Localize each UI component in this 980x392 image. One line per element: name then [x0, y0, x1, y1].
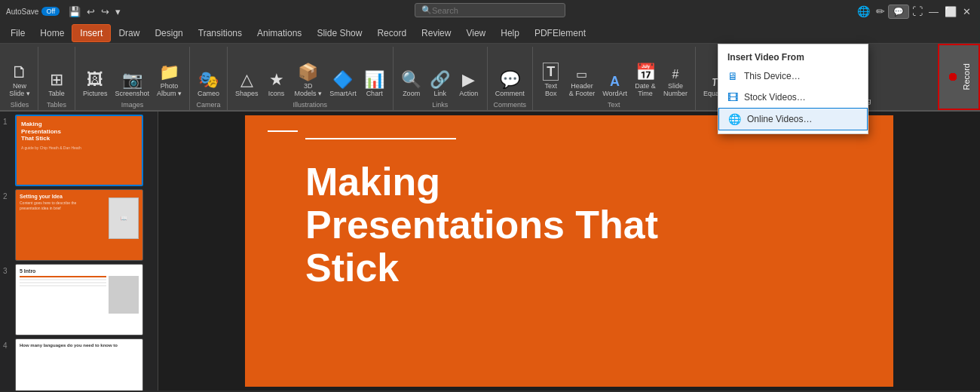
this-device-label: This Device…	[744, 71, 801, 81]
menu-help[interactable]: Help	[493, 25, 527, 41]
slide-num-2: 2	[3, 189, 12, 201]
save-button[interactable]: 💾	[66, 5, 84, 19]
menubar: File Home Insert Draw Design Transitions…	[0, 23, 980, 44]
date-time-button[interactable]: 📅 Date &Time	[632, 53, 659, 100]
pictures-label: Pictures	[83, 90, 108, 97]
this-device-item[interactable]: 🖥 This Device…	[718, 66, 868, 87]
main-slide-title: Making Presentations That Stick	[305, 161, 658, 290]
slide1-title: MakingPresentationsThat Stick	[21, 121, 137, 142]
stock-videos-item[interactable]: 🎞 Stock Videos…	[718, 87, 868, 108]
ribbon-group-slides: 🗋 NewSlide ▾ Slides	[2, 47, 38, 110]
menu-file[interactable]: File	[3, 25, 32, 41]
photo-album-label: PhotoAlbum ▾	[157, 82, 182, 97]
cameo-button[interactable]: 🎭 Cameo	[194, 53, 222, 100]
main-slide: Making Presentations That Stick	[245, 115, 893, 387]
main-title-line3: Stick	[305, 246, 399, 289]
camera-group-label: Camera	[194, 100, 222, 109]
menu-pdfelement[interactable]: PDFElement	[527, 25, 593, 41]
slide-line-decoration	[305, 138, 456, 139]
pictures-icon: 🖼	[87, 72, 103, 88]
slide-num-4: 4	[3, 338, 12, 350]
photo-album-icon: 📁	[159, 64, 179, 81]
ribbon-group-images: 🖼 Pictures 📷 Screenshot 📁 PhotoAlbum ▾ I…	[75, 47, 190, 110]
menu-transitions[interactable]: Transitions	[191, 25, 250, 41]
3d-models-button[interactable]: 📦 3DModels ▾	[292, 53, 326, 100]
slide-number-button[interactable]: # SlideNumber	[660, 53, 691, 100]
pictures-button[interactable]: 🖼 Pictures	[80, 53, 111, 100]
menu-animations[interactable]: Animations	[250, 25, 309, 41]
dropdown-header: Insert Video From	[718, 47, 868, 66]
slide-number-label: SlideNumber	[663, 82, 688, 97]
online-videos-label: Online Videos…	[747, 114, 813, 124]
smartart-button[interactable]: 🔷 SmartArt	[326, 53, 360, 100]
menu-view[interactable]: View	[458, 25, 493, 41]
menu-record[interactable]: Record	[369, 25, 414, 41]
menu-home[interactable]: Home	[32, 25, 72, 41]
close-button[interactable]: ✕	[960, 5, 974, 19]
shapes-button[interactable]: △ Shapes	[232, 53, 262, 100]
record-label: Record	[962, 63, 971, 90]
insert-video-dropdown: Insert Video From 🖥 This Device… 🎞 Stock…	[718, 44, 868, 134]
slide-img-2: Setting your Idea Content goes here to d…	[15, 189, 143, 261]
text-box-button[interactable]: T TextBox	[537, 53, 565, 100]
main-title-line2: Presentations That	[305, 203, 658, 247]
menu-insert[interactable]: Insert	[72, 24, 111, 42]
slide-num-3: 3	[3, 264, 12, 275]
menu-review[interactable]: Review	[414, 25, 458, 41]
comments-group-label: Comments	[492, 100, 528, 109]
slide-thumb-3[interactable]: 3 5 Intro	[3, 264, 155, 335]
menu-draw[interactable]: Draw	[111, 25, 147, 41]
smartart-icon: 🔷	[332, 72, 353, 88]
menu-slideshow[interactable]: Slide Show	[309, 25, 369, 41]
header-footer-button[interactable]: ▭ Header& Footer	[566, 53, 599, 100]
screenshot-button[interactable]: 📷 Screenshot	[112, 53, 153, 100]
icons-label: Icons	[268, 90, 285, 97]
record-button[interactable]: ⏺ Record	[938, 44, 980, 110]
menu-design[interactable]: Design	[147, 25, 190, 41]
restore-button[interactable]: ⬜	[942, 5, 960, 19]
redo-button[interactable]: ↪	[98, 5, 112, 19]
new-slide-button[interactable]: 🗋 NewSlide ▾	[6, 53, 33, 100]
chat-button[interactable]: 💬	[888, 5, 909, 19]
comment-icon: 💬	[500, 72, 520, 88]
slide4-title: How many languages do you need to know t…	[20, 343, 139, 348]
fullscreen-button[interactable]: ⛶	[909, 4, 926, 19]
slide-thumb-1[interactable]: 1 MakingPresentationsThat Stick A guide …	[3, 115, 155, 186]
search-bar[interactable]: 🔍	[415, 3, 565, 17]
chart-button[interactable]: 📊 Chart	[361, 53, 388, 100]
more-options-button[interactable]: ▾	[112, 5, 124, 19]
main-area: 1 MakingPresentationsThat Stick A guide …	[0, 112, 980, 390]
slide-panel[interactable]: 1 MakingPresentationsThat Stick A guide …	[0, 112, 158, 390]
icons-button[interactable]: ★ Icons	[263, 53, 290, 100]
table-button[interactable]: ⊞ Table	[43, 53, 70, 100]
date-time-icon: 📅	[635, 64, 656, 81]
ribbon-group-tables: ⊞ Table Tables	[38, 47, 75, 110]
action-button[interactable]: ▶ Action	[455, 53, 482, 100]
comment-button[interactable]: 💬 Comment	[492, 53, 528, 100]
table-label: Table	[48, 90, 65, 97]
photo-album-button[interactable]: 📁 PhotoAlbum ▾	[154, 53, 185, 100]
link-button[interactable]: 🔗 Link	[427, 53, 454, 100]
ribbon-group-links: 🔍 Zoom 🔗 Link ▶ Action Links	[394, 47, 488, 110]
pen-button[interactable]: ✏	[873, 4, 888, 19]
text-group-label: Text	[537, 100, 691, 109]
undo-button[interactable]: ↩	[84, 5, 98, 19]
screenshot-icon: 📷	[122, 72, 142, 88]
slide-img-4: How many languages do you need to know t…	[15, 338, 143, 390]
link-icon: 🔗	[430, 72, 450, 88]
globe-button[interactable]: 🌐	[854, 4, 873, 19]
search-input[interactable]	[432, 6, 559, 15]
wordart-button[interactable]: A WordArt	[599, 53, 630, 100]
wordart-icon: A	[610, 75, 620, 88]
record-icon: ⏺	[947, 70, 959, 84]
slide-num-1: 1	[3, 115, 12, 126]
slide-view: Making Presentations That Stick	[158, 112, 980, 390]
autosave-toggle[interactable]: Off	[41, 7, 60, 16]
slide-thumb-4[interactable]: 4 How many languages do you need to know…	[3, 338, 155, 390]
online-videos-item[interactable]: 🌐 Online Videos…	[718, 108, 868, 130]
ribbon-group-text: T TextBox ▭ Header& Footer A WordArt 📅 D…	[533, 47, 696, 110]
shapes-label: Shapes	[235, 90, 259, 97]
zoom-button[interactable]: 🔍 Zoom	[398, 53, 425, 100]
slide-thumb-2[interactable]: 2 Setting your Idea Content goes here to…	[3, 189, 155, 261]
minimize-button[interactable]: —	[926, 5, 942, 19]
